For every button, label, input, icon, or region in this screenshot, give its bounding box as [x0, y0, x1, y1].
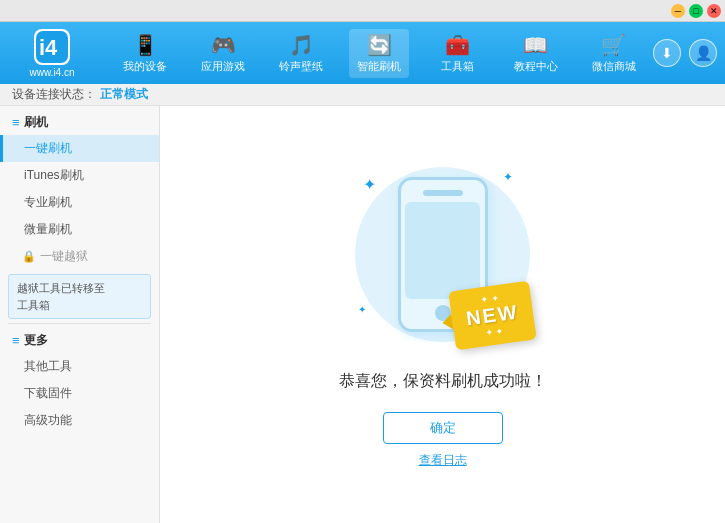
- bottom-left: 自动歇迹 跳过向导 📱 iPhone 12 mini 64GB Down-12m…: [0, 517, 160, 523]
- sparkle-2: ✦: [503, 170, 513, 184]
- toolbox-icon: 🧰: [445, 33, 470, 57]
- nav-toolbox[interactable]: 🧰 工具箱: [428, 29, 488, 78]
- flash-section-title: ≡ 刷机: [0, 110, 159, 135]
- phone-top-bar: [423, 190, 463, 196]
- sidebar: ≡ 刷机 一键刷机 iTunes刷机 专业刷机 微量刷机 🔒 一键越狱 越狱工具…: [0, 106, 160, 517]
- top-nav: i4 www.i4.cn 📱 我的设备 🎮 应用游戏 🎵 铃声壁纸 🔄 智能刷机…: [0, 22, 725, 84]
- smart-flash-icon: 🔄: [367, 33, 392, 57]
- logo: i4 www.i4.cn: [8, 29, 96, 78]
- conn-status-value: 正常模式: [100, 86, 148, 103]
- lock-icon: 🔒: [22, 250, 36, 263]
- success-illustration: ✦ ✦ ✦ ✦ ✦ NEW ✦ ✦: [343, 155, 543, 355]
- sidebar-item-pro-flash[interactable]: 专业刷机: [0, 189, 159, 216]
- user-button[interactable]: 👤: [689, 39, 717, 67]
- new-banner: ✦ ✦ NEW ✦ ✦: [448, 280, 536, 350]
- sparkle-3: ✦: [358, 304, 366, 315]
- nav-apps-games-label: 应用游戏: [201, 59, 245, 74]
- svg-text:i4: i4: [39, 35, 58, 60]
- new-ribbon: ✦ ✦ NEW ✦ ✦: [452, 286, 533, 345]
- download-button[interactable]: ⬇: [653, 39, 681, 67]
- logo-url: www.i4.cn: [29, 67, 74, 78]
- nav-toolbox-label: 工具箱: [441, 59, 474, 74]
- nav-ringtones-label: 铃声壁纸: [279, 59, 323, 74]
- logo-icon: i4: [34, 29, 70, 65]
- nav-items: 📱 我的设备 🎮 应用游戏 🎵 铃声壁纸 🔄 智能刷机 🧰 工具箱 📖 教程中心…: [106, 29, 653, 78]
- nav-my-device-label: 我的设备: [123, 59, 167, 74]
- sidebar-item-one-click-flash[interactable]: 一键刷机: [0, 135, 159, 162]
- view-log-link[interactable]: 查看日志: [419, 452, 467, 469]
- sidebar-info-box: 越狱工具已转移至 工具箱: [8, 274, 151, 319]
- nav-weibo-store[interactable]: 🛒 微信商城: [584, 29, 644, 78]
- conn-status-label: 设备连接状态：: [12, 86, 96, 103]
- more-section-icon: ≡: [12, 333, 20, 348]
- nav-smart-flash[interactable]: 🔄 智能刷机: [349, 29, 409, 78]
- my-device-icon: 📱: [133, 33, 158, 57]
- flash-section: ≡ 刷机 一键刷机 iTunes刷机 专业刷机 微量刷机 🔒 一键越狱 越狱工具…: [0, 110, 159, 319]
- sidebar-grayed-jailbreak: 🔒 一键越狱: [0, 243, 159, 270]
- nav-right: ⬇ 👤: [653, 39, 717, 67]
- nav-apps-games[interactable]: 🎮 应用游戏: [193, 29, 253, 78]
- minimize-button[interactable]: ─: [671, 4, 685, 18]
- tutorial-icon: 📖: [523, 33, 548, 57]
- apps-games-icon: 🎮: [211, 33, 236, 57]
- close-button[interactable]: ✕: [707, 4, 721, 18]
- nav-weibo-store-label: 微信商城: [592, 59, 636, 74]
- main-area: ≡ 刷机 一键刷机 iTunes刷机 专业刷机 微量刷机 🔒 一键越狱 越狱工具…: [0, 106, 725, 517]
- titlebar: ─ □ ✕: [0, 0, 725, 22]
- maximize-button[interactable]: □: [689, 4, 703, 18]
- nav-tutorial[interactable]: 📖 教程中心: [506, 29, 566, 78]
- flash-section-icon: ≡: [12, 115, 20, 130]
- ringtones-icon: 🎵: [289, 33, 314, 57]
- bottom-right: [160, 517, 725, 523]
- weibo-store-icon: 🛒: [601, 33, 626, 57]
- sidebar-item-other-tools[interactable]: 其他工具: [0, 353, 159, 380]
- sparkle-1: ✦: [363, 175, 376, 194]
- success-message: 恭喜您，保资料刷机成功啦！: [339, 371, 547, 392]
- nav-smart-flash-label: 智能刷机: [357, 59, 401, 74]
- sidebar-item-mini-flash[interactable]: 微量刷机: [0, 216, 159, 243]
- phone-screen: [405, 202, 480, 299]
- sidebar-item-advanced[interactable]: 高级功能: [0, 407, 159, 434]
- more-section: ≡ 更多 其他工具 下载固件 高级功能: [0, 328, 159, 434]
- confirm-button[interactable]: 确定: [383, 412, 503, 444]
- connection-status-bar: 设备连接状态： 正常模式: [0, 84, 725, 106]
- sidebar-divider: [8, 323, 151, 324]
- more-section-title: ≡ 更多: [0, 328, 159, 353]
- nav-ringtones[interactable]: 🎵 铃声壁纸: [271, 29, 331, 78]
- nav-tutorial-label: 教程中心: [514, 59, 558, 74]
- bottom-area: 自动歇迹 跳过向导 📱 iPhone 12 mini 64GB Down-12m…: [0, 517, 725, 523]
- sidebar-item-download-fw[interactable]: 下载固件: [0, 380, 159, 407]
- content-area: ✦ ✦ ✦ ✦ ✦ NEW ✦ ✦ 恭喜您，保资料刷机成功啦！ 确定 查看日志: [160, 106, 725, 517]
- nav-my-device[interactable]: 📱 我的设备: [115, 29, 175, 78]
- sidebar-item-itunes-flash[interactable]: iTunes刷机: [0, 162, 159, 189]
